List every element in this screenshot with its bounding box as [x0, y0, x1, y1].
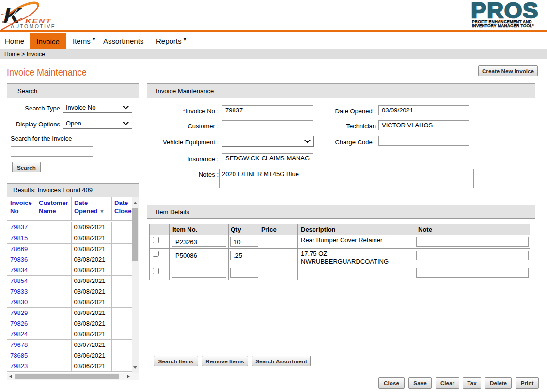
svg-text:INVENTORY MANAGER TOOL°: INVENTORY MANAGER TOOL° — [472, 23, 534, 28]
svg-text:AUTOMOTIVE: AUTOMOTIVE — [11, 23, 56, 29]
svg-text:R: R — [2, 21, 4, 23]
